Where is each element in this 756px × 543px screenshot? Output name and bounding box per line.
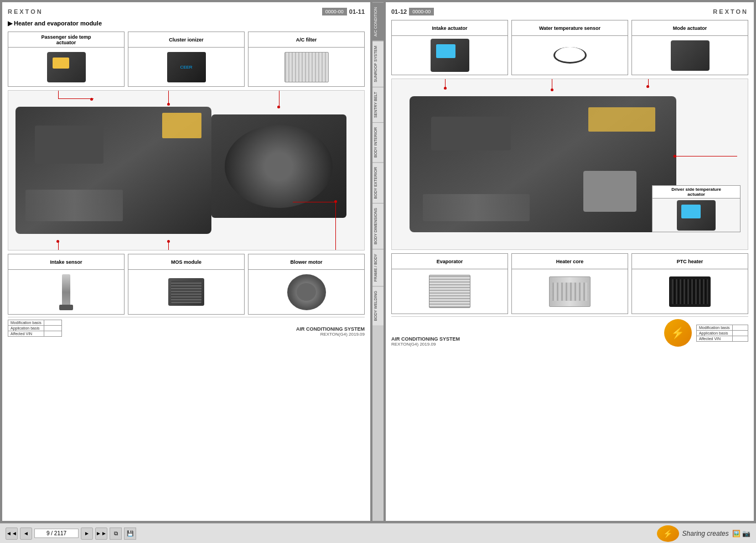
footer-row-3: Affected VIN (8, 331, 44, 337)
mos-module-label: MOS module (128, 254, 244, 270)
component-box-ac-filter: A/C filter (248, 32, 365, 87)
section-title: Heater and evaporator module (8, 20, 365, 27)
cluster-ionizer-part (167, 52, 206, 82)
mode-actuator-image (632, 36, 748, 75)
sharing-area: ⚡ Sharing creates 🖼️ 📷 (657, 525, 750, 542)
passenger-actuator-part (47, 52, 86, 82)
component-box-ptc-heater: PTC heater (631, 253, 748, 314)
tab-body-exterior[interactable]: BODY EXTERIOR (372, 162, 384, 203)
intake-actuator-part (431, 39, 469, 72)
ptc-heater-label: PTC heater (632, 254, 748, 269)
right-page-num: 01-12 (391, 8, 407, 15)
right-footer-row-3: Affected VIN (696, 336, 732, 341)
component-box-heater-core: Heater core (511, 253, 628, 314)
right-top-component-grid: Intake actuator Water temperature sensor… (391, 20, 748, 75)
nav-next-btn[interactable]: ► (81, 528, 93, 540)
component-box-evaporator: Evaporator (391, 253, 508, 314)
copy-btn[interactable]: ⧉ (110, 528, 122, 540)
save-btn[interactable]: 💾 (124, 528, 136, 540)
driver-actuator-inset: Driver side temperatureactuator (652, 185, 741, 232)
hvac-right-unit (211, 114, 346, 218)
nav-first-btn[interactable]: ◄◄ (6, 528, 18, 540)
component-box-intake-sensor: Intake sensor (8, 254, 125, 315)
right-hvac-unit (410, 96, 676, 232)
ac-filter-image (248, 48, 364, 86)
component-box-mos-module: MOS module (128, 254, 245, 315)
page-input[interactable] (34, 529, 79, 538)
left-diagram-container (8, 91, 364, 250)
left-footer-table: Modification basis Application basis Aff… (8, 320, 62, 337)
cluster-ionizer-label: Cluster ionizer (128, 32, 244, 48)
driver-actuator-part (677, 200, 716, 231)
driver-actuator-inset-label: Driver side temperatureactuator (653, 186, 740, 199)
side-tabs: A/C CONDITION SUNROOF SYSTEM SENTRY BELT… (372, 2, 384, 521)
bottom-component-grid: Intake sensor MOS module Blower motor (8, 254, 365, 315)
blower-motor-part (287, 274, 326, 310)
water-temp-wire (553, 47, 587, 64)
component-box-mode-actuator: Mode actuator (631, 20, 748, 75)
component-box-passenger-actuator: Passenger side tempactuator (8, 32, 125, 87)
water-temp-part (552, 40, 588, 71)
footer-row-2: Application basis (8, 326, 44, 331)
mos-module-image (128, 270, 244, 314)
tab-body-interior[interactable]: BODY INTERIOR (372, 122, 384, 162)
right-footer-left: AIR CONDITIONING SYSTEM REXTON(G4) 2019.… (391, 336, 460, 347)
left-page: REXTON 0000-00 01-11 Heater and evaporat… (2, 2, 370, 521)
left-main-diagram (8, 90, 365, 250)
footer-logo: ⚡ (664, 319, 692, 347)
heater-core-label: Heater core (512, 254, 628, 269)
right-page-footer: AIR CONDITIONING SYSTEM REXTON(G4) 2019.… (391, 316, 748, 347)
component-box-intake-actuator: Intake actuator (391, 20, 508, 75)
driver-actuator-inset-image (653, 199, 740, 232)
intake-sensor-part (62, 274, 70, 310)
intake-actuator-label: Intake actuator (392, 20, 508, 36)
intake-sensor-image (8, 270, 124, 314)
ptc-heater-image (632, 269, 748, 314)
component-box-water-temp: Water temperature sensor (511, 20, 628, 75)
nav-prev-btn[interactable]: ◄ (20, 528, 32, 540)
ptc-heater-part (669, 276, 711, 307)
intake-sensor-label: Intake sensor (8, 254, 124, 270)
evaporator-part (429, 275, 470, 308)
tab-sunroof[interactable]: SUNROOF SYSTEM (372, 41, 384, 87)
passenger-actuator-label: Passenger side tempactuator (8, 32, 124, 48)
evaporator-label: Evaporator (392, 254, 508, 269)
right-page-header: 01-12 0000-00 REXTON (391, 8, 748, 15)
left-page-num-box: 0000-00 01-11 (322, 8, 365, 15)
tab-ac-condition[interactable]: A/C CONDITION (372, 2, 384, 41)
blower-motor-image (248, 270, 364, 314)
nav-last-btn[interactable]: ►► (95, 528, 107, 540)
right-footer-table: Modification basis Application basis Aff… (696, 325, 748, 342)
right-diagram-container: Driver side temperatureactuator (392, 79, 748, 249)
sharing-icons: 🖼️ 📷 (732, 530, 750, 537)
tab-body-welding[interactable]: BODY WELDING (372, 286, 384, 325)
right-brand: REXTON (713, 8, 748, 15)
right-footer-row-2: Application basis (696, 330, 732, 336)
tab-frame-body[interactable]: FRAME / BODY (372, 249, 384, 286)
left-footer-subtitle: REXTON(G4) 2019.09 (296, 332, 365, 337)
ac-filter-label: A/C filter (248, 32, 364, 48)
evaporator-image (392, 269, 508, 314)
water-temp-image (512, 36, 628, 75)
right-footer-subtitle: REXTON(G4) 2019.09 (391, 342, 460, 347)
top-component-grid: Passenger side tempactuator Cluster ioni… (8, 32, 365, 87)
heater-core-image (512, 269, 628, 314)
left-page-num: 01-11 (349, 8, 365, 15)
right-page-num-box: 01-12 0000-00 (391, 8, 434, 15)
left-footer-text: AIR CONDITIONING SYSTEM REXTON(G4) 2019.… (296, 326, 365, 337)
left-page-footer: Modification basis Application basis Aff… (8, 317, 365, 337)
component-box-blower-motor: Blower motor (248, 254, 365, 315)
tab-sentry-belt[interactable]: SENTRY BELT (372, 87, 384, 122)
footer-row-1: Modification basis (8, 320, 44, 326)
water-temp-label: Water temperature sensor (512, 20, 628, 36)
mos-module-part (168, 278, 204, 306)
hvac-left-unit (15, 107, 211, 234)
left-brand: REXTON (8, 8, 43, 15)
left-footer-title: AIR CONDITIONING SYSTEM (296, 326, 365, 332)
bottom-toolbar: ◄◄ ◄ ► ►► ⧉ 💾 ⚡ Sharing creates 🖼️ 📷 (0, 523, 756, 543)
nav-controls: ◄◄ ◄ ► ►► ⧉ 💾 (6, 528, 136, 540)
tab-body-dimensions[interactable]: BODY DIMENSIONS (372, 203, 384, 249)
right-code: 0000-00 (409, 8, 434, 15)
component-box-cluster-ionizer: Cluster ionizer (128, 32, 245, 87)
intake-actuator-image (392, 36, 508, 75)
